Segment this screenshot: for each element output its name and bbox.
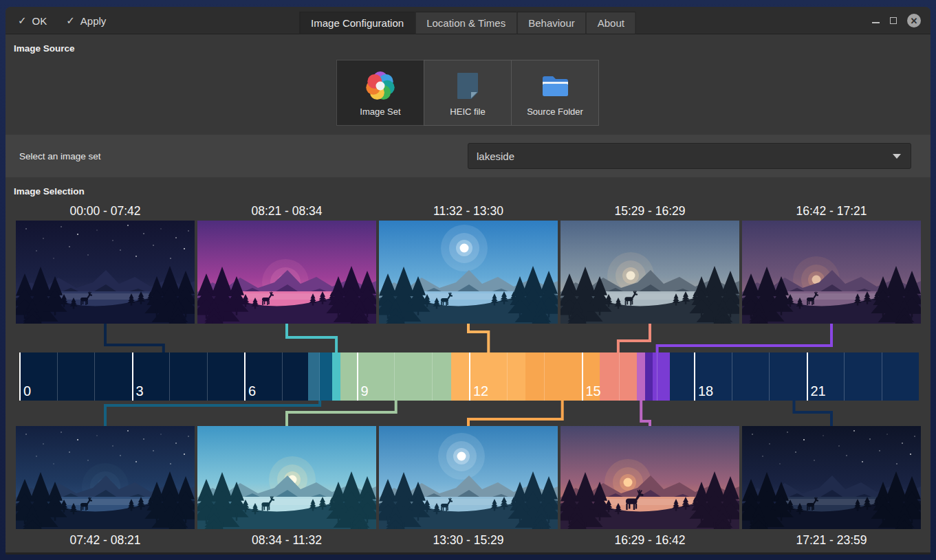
image-source-options: Image Set HEIC file Source Folder bbox=[337, 60, 599, 126]
connector-line bbox=[468, 401, 563, 426]
top-time-label: 00:00 - 07:42 bbox=[16, 204, 195, 219]
timeline-minor-tick bbox=[732, 352, 732, 401]
timeline-major-tick bbox=[132, 352, 133, 401]
bottom-wallpaper-thumbnail[interactable] bbox=[742, 426, 921, 529]
maximize-icon[interactable] bbox=[890, 17, 897, 24]
top-time-label: 16:42 - 17:21 bbox=[742, 204, 921, 219]
tab-image-configuration[interactable]: Image Configuration bbox=[299, 12, 415, 34]
close-icon[interactable]: ✕ bbox=[907, 14, 921, 27]
connector-line bbox=[641, 401, 650, 426]
top-wallpaper-thumbnail[interactable] bbox=[197, 221, 376, 324]
top-wallpaper-thumbnail[interactable] bbox=[742, 221, 921, 324]
bottom-time-label: 13:30 - 15:29 bbox=[379, 533, 558, 548]
timeline-minor-tick bbox=[507, 352, 508, 401]
bottom-time-label: 07:42 - 08:21 bbox=[16, 533, 195, 548]
source-folder-icon bbox=[538, 69, 572, 102]
ok-button[interactable]: ✓ OK bbox=[18, 14, 47, 27]
top-wallpaper-thumbnail[interactable] bbox=[16, 221, 195, 324]
timeline-segment bbox=[319, 352, 332, 401]
connector-line bbox=[794, 401, 832, 426]
source-option-label: Source Folder bbox=[527, 107, 583, 117]
timeline-major-tick bbox=[469, 352, 470, 401]
window-controls: ✕ bbox=[872, 7, 921, 34]
timeline-minor-tick bbox=[169, 352, 170, 401]
timeline-major-tick bbox=[357, 352, 358, 401]
timeline-hour-label: 18 bbox=[698, 383, 713, 399]
image-set-dropdown-value: lakeside bbox=[468, 150, 893, 162]
bottom-wallpaper-thumbnail[interactable] bbox=[379, 426, 558, 529]
tab-behaviour[interactable]: Behaviour bbox=[516, 12, 587, 34]
connector-line bbox=[468, 324, 488, 352]
top-wallpaper-thumbnail[interactable] bbox=[560, 221, 739, 324]
timeline-major-tick bbox=[582, 352, 583, 401]
timeline-minor-tick bbox=[769, 352, 770, 401]
desktop-background: ✓ OK ✓ Apply Image ConfigurationLocation… bbox=[0, 0, 936, 560]
timeline-minor-tick bbox=[207, 352, 208, 401]
timeline-minor-tick bbox=[657, 352, 657, 401]
titlebar: ✓ OK ✓ Apply Image ConfigurationLocation… bbox=[6, 7, 930, 34]
timeline-minor-tick bbox=[319, 352, 320, 401]
image-set-dropdown[interactable]: lakeside bbox=[468, 143, 911, 169]
tab-bar: Image ConfigurationLocation & TimesBehav… bbox=[300, 12, 636, 34]
connector-line bbox=[287, 324, 336, 352]
check-icon: ✓ bbox=[66, 14, 75, 27]
bottom-connector-lines bbox=[6, 401, 930, 426]
timeline-segment bbox=[332, 352, 340, 401]
timeline-major-tick bbox=[807, 352, 808, 401]
timeline-segment bbox=[308, 352, 319, 401]
top-wallpaper-thumbnail[interactable] bbox=[379, 221, 558, 324]
timeline-hour-label: 21 bbox=[811, 383, 826, 399]
timeline-segment bbox=[637, 352, 645, 401]
timeline-hour-label: 12 bbox=[473, 383, 488, 399]
apply-button-label: Apply bbox=[80, 15, 107, 27]
top-time-label: 11:32 - 13:30 bbox=[379, 204, 558, 219]
tab-location-times[interactable]: Location & Times bbox=[415, 12, 517, 34]
chevron-down-icon bbox=[893, 154, 901, 159]
tab-about[interactable]: About bbox=[586, 12, 636, 34]
timeline-minor-tick bbox=[544, 352, 545, 401]
connector-line bbox=[657, 324, 831, 352]
heic-file-icon bbox=[451, 69, 484, 102]
timeline-hour-label: 3 bbox=[136, 383, 144, 399]
bottom-wallpaper-thumbnail[interactable] bbox=[16, 426, 195, 529]
timeline-minor-tick bbox=[619, 352, 620, 401]
image-selection-section-title: Image Selection bbox=[14, 186, 85, 197]
connector-line bbox=[105, 324, 164, 352]
bottom-time-label: 17:21 - 23:59 bbox=[742, 533, 921, 548]
select-image-set-label: Select an image set bbox=[19, 135, 101, 177]
timeline-minor-tick bbox=[57, 352, 58, 401]
timeline-hour-label: 9 bbox=[361, 383, 369, 399]
timeline-minor-tick bbox=[94, 352, 95, 401]
timeline-hour-label: 15 bbox=[586, 383, 601, 399]
timeline-minor-tick bbox=[882, 352, 882, 401]
timeline-segment bbox=[19, 352, 308, 401]
apply-button[interactable]: ✓ Apply bbox=[66, 14, 106, 27]
bottom-wallpaper-thumbnail[interactable] bbox=[560, 426, 739, 529]
top-connector-lines bbox=[6, 324, 930, 352]
connector-line bbox=[287, 401, 396, 426]
top-time-label: 15:29 - 16:29 bbox=[560, 204, 739, 219]
app-window: ✓ OK ✓ Apply Image ConfigurationLocation… bbox=[6, 7, 930, 555]
source-option-label: HEIC file bbox=[450, 107, 485, 117]
source-option-image-set[interactable]: Image Set bbox=[336, 60, 424, 126]
timeline-hour-label: 0 bbox=[23, 383, 31, 399]
timeline-segment bbox=[645, 352, 653, 401]
timeline-segment bbox=[653, 352, 670, 401]
timeline-major-tick bbox=[19, 352, 21, 401]
bottom-time-label: 16:29 - 16:42 bbox=[560, 533, 739, 548]
top-time-label: 08:21 - 08:34 bbox=[197, 204, 376, 219]
ok-button-label: OK bbox=[32, 15, 47, 27]
bottom-time-label: 08:34 - 11:32 bbox=[197, 533, 376, 548]
bottom-wallpaper-thumbnail[interactable] bbox=[197, 426, 376, 529]
timeline-major-tick bbox=[244, 352, 246, 401]
source-option-heic-file[interactable]: HEIC file bbox=[424, 60, 512, 126]
day-timeline: 036912151821 bbox=[19, 352, 919, 401]
source-option-source-folder[interactable]: Source Folder bbox=[511, 60, 599, 126]
timeline-minor-tick bbox=[432, 352, 433, 401]
check-icon: ✓ bbox=[18, 14, 27, 27]
connector-line bbox=[105, 401, 320, 426]
timeline-hour-label: 6 bbox=[248, 383, 256, 399]
titlebar-actions: ✓ OK ✓ Apply bbox=[18, 7, 106, 34]
minimize-icon[interactable] bbox=[872, 22, 880, 23]
image-set-icon bbox=[364, 69, 397, 102]
